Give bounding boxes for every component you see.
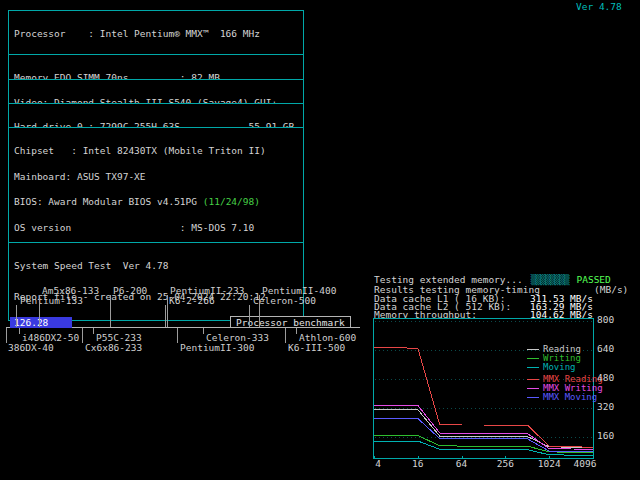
y-axis-label: 320 <box>597 403 614 412</box>
legend-label: Moving <box>543 362 576 372</box>
legend-row: MMX Moving <box>527 393 603 402</box>
benchmark-tick <box>259 295 260 327</box>
benchmark-tick <box>249 305 250 327</box>
x-axis-label: 4096 <box>574 460 597 469</box>
benchmark-cpu-label: Celeron-500 <box>253 297 316 306</box>
x-axis-label: 64 <box>456 460 467 469</box>
bios-text: BIOS: Award Modular BIOS v4.51PG <box>14 196 203 207</box>
y-axis-label: 160 <box>597 432 614 441</box>
x-axis-tick <box>549 456 550 459</box>
x-axis-tick <box>593 456 594 459</box>
y-axis-label: 800 <box>597 316 614 325</box>
benchmark-tick <box>203 328 204 334</box>
benchmark-tick <box>110 295 111 327</box>
benchmark-tick <box>296 328 297 334</box>
series-line-mmx-writing <box>374 405 593 449</box>
x-axis-label: 4 <box>375 460 381 469</box>
benchmark-score: 126.28 <box>10 317 72 328</box>
bios-line: BIOS: Award Modular BIOS v4.51PG (11/24/… <box>14 198 298 207</box>
benchmark-tick <box>82 328 83 343</box>
benchmark-tick <box>165 305 166 327</box>
x-axis-tick <box>462 456 463 459</box>
x-axis-label: 16 <box>412 460 423 469</box>
x-axis-tick <box>374 456 375 459</box>
legend-row: Moving <box>527 363 603 372</box>
benchmark-cpu-label: 386DX-40 <box>8 344 54 353</box>
graph-legend: ReadingWritingMovingMMX ReadingMMX Writi… <box>527 345 603 402</box>
legend-swatch <box>527 388 539 389</box>
benchmark-cpu-label: PentiumII-300 <box>180 344 254 353</box>
legend-swatch <box>527 349 539 350</box>
y-axis-label: 640 <box>597 345 614 354</box>
version-label: Ver 4.78 <box>576 3 622 12</box>
benchmark-tick <box>177 328 178 343</box>
speedsys-screen: Ver 4.78 Processor : Intel Pentium® MMX™… <box>0 0 640 480</box>
os-version-line: OS version : MS-DOS 7.10 <box>14 224 298 233</box>
benchmark-tick <box>93 328 94 334</box>
system-info-box: Chipset : Intel 82430TX (Mobile Triton I… <box>8 127 304 252</box>
series-line-reading <box>374 410 593 448</box>
benchmark-tick <box>167 295 168 327</box>
legend-swatch <box>527 367 539 368</box>
chipset-line: Chipset : Intel 82430TX (Mobile Triton I… <box>14 147 298 156</box>
mainboard-line: Mainboard: ASUS TX97-XE <box>14 173 298 182</box>
x-axis-tick <box>418 456 419 459</box>
benchmark-cpu-label: Pentium-133 <box>20 297 83 306</box>
benchmark-tick <box>285 328 286 343</box>
report-title: System Speed Test Ver 4.78 <box>14 262 298 271</box>
benchmark-tick <box>16 305 17 327</box>
benchmark-tick <box>39 295 40 327</box>
benchmark-tick <box>6 328 7 343</box>
benchmark-tick <box>19 328 20 334</box>
y-axis-label: 480 <box>597 374 614 383</box>
benchmark-cpu-label: P6-200 <box>113 287 147 296</box>
legend-swatch <box>527 358 539 359</box>
benchmark-cpu-label: K6-III-500 <box>288 344 345 353</box>
bios-date: (11/24/98) <box>203 196 260 207</box>
legend-swatch <box>527 397 539 398</box>
x-axis-tick <box>505 456 506 459</box>
x-axis-label: 1024 <box>538 460 561 469</box>
benchmark-cpu-label: K6-2-266 <box>169 297 215 306</box>
legend-label: MMX Moving <box>543 392 597 402</box>
x-axis-label: 256 <box>497 460 514 469</box>
y-axis-unit-label: (MB/s) <box>594 286 628 295</box>
benchmark-cpu-label: Cx6x86-233 <box>85 344 142 353</box>
legend-swatch <box>527 379 539 380</box>
cpu-info-line: Processor : Intel Pentium® MMX™ 166 MHz <box>14 30 298 39</box>
series-line-moving <box>374 441 593 455</box>
